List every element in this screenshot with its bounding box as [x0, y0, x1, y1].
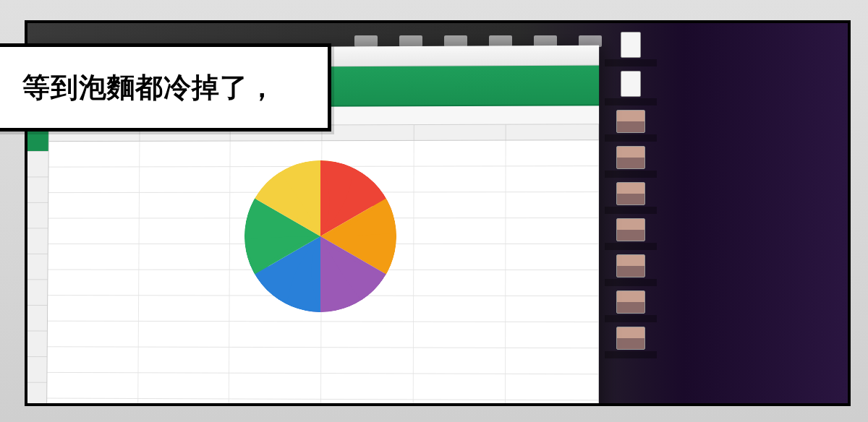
row-header[interactable] — [25, 152, 48, 178]
file-icon — [621, 32, 641, 58]
caption-text: 等到泡麵都冷掉了， — [22, 69, 276, 106]
row-header[interactable] — [25, 177, 48, 203]
desktop-file[interactable] — [605, 182, 657, 214]
row-headers[interactable] — [25, 126, 49, 406]
column-header[interactable] — [414, 125, 506, 140]
desktop-file[interactable] — [605, 218, 657, 250]
file-icon — [616, 327, 645, 350]
file-label — [605, 351, 657, 358]
column-header[interactable] — [506, 124, 599, 139]
file-icon — [616, 218, 645, 241]
file-icon — [616, 110, 645, 133]
row-header[interactable] — [25, 228, 48, 254]
menubar-icon — [354, 35, 378, 47]
file-label — [605, 59, 657, 66]
file-label — [605, 279, 657, 286]
row-header[interactable] — [25, 306, 47, 332]
file-label — [605, 134, 657, 142]
file-label — [605, 243, 657, 250]
desktop-file[interactable] — [605, 146, 657, 178]
file-icon — [616, 290, 645, 314]
row-header[interactable] — [25, 383, 46, 406]
file-icon — [616, 254, 645, 277]
desktop-file[interactable] — [605, 254, 657, 286]
file-icon — [621, 71, 641, 97]
desktop-file[interactable] — [605, 32, 657, 66]
desktop-icons-column — [605, 32, 664, 400]
desktop-file[interactable] — [605, 327, 657, 358]
desktop-file[interactable] — [605, 71, 657, 106]
file-label — [605, 315, 657, 322]
file-label — [605, 98, 657, 106]
desktop-file[interactable] — [605, 290, 657, 322]
desktop-file[interactable] — [605, 110, 657, 142]
file-icon — [616, 146, 645, 169]
beachball-spinner-icon — [244, 160, 396, 312]
row-header[interactable] — [25, 357, 47, 383]
file-label — [605, 171, 657, 178]
menubar-icon — [444, 35, 467, 47]
row-header[interactable] — [25, 280, 47, 306]
caption-box: 等到泡麵都冷掉了， — [0, 43, 331, 132]
column-header[interactable] — [322, 125, 414, 140]
file-label — [605, 207, 657, 214]
menubar-icon — [399, 35, 422, 47]
row-header[interactable] — [25, 254, 48, 280]
row-header[interactable] — [25, 331, 47, 357]
row-header[interactable] — [25, 203, 48, 229]
file-icon — [616, 182, 645, 205]
